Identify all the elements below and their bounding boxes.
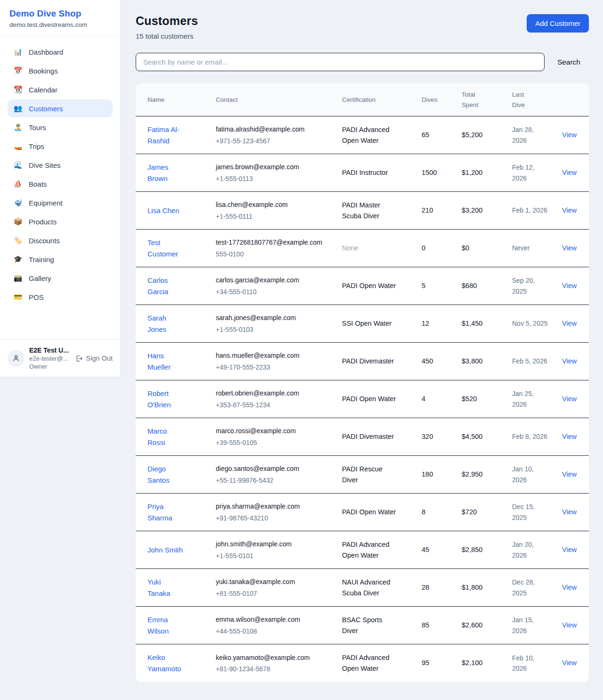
table-row: James Brown james.brown@example.com +1-5… (136, 154, 589, 192)
tours-icon: 🏝️ (13, 123, 23, 132)
customer-name-link[interactable]: Test Customer (147, 239, 178, 258)
customer-name-link[interactable]: Keiko Yamamoto (147, 653, 181, 673)
trips-icon: 🚤 (13, 142, 23, 150)
customer-name-link[interactable]: Sarah Jones (147, 314, 166, 333)
sidebar-item-dashboard[interactable]: 📊Dashboard (8, 43, 113, 61)
customer-total-spent: $2,600 (462, 607, 512, 644)
bookings-icon: 📅 (13, 66, 23, 75)
customer-email: robert.obrien@example.com (216, 388, 323, 398)
sidebar-item-customers[interactable]: 👥Customers (8, 99, 113, 117)
user-name: E2E Test U... (29, 346, 95, 354)
customer-certification: PADI Advanced Open Water (342, 531, 422, 569)
sidebar-item-gallery[interactable]: 📸Gallery (8, 269, 113, 287)
customer-dives: 4 (422, 380, 462, 418)
view-link[interactable]: View (562, 584, 577, 591)
sign-out-button[interactable]: Sign Out (75, 354, 113, 362)
customer-email: keiko.yamamoto@example.com (216, 652, 323, 663)
title-block: Customers 15 total customers (136, 14, 198, 40)
add-customer-button[interactable]: Add Customer (527, 14, 589, 33)
customer-last-dive: Dec 28, 2025 (512, 569, 562, 607)
customer-name-link[interactable]: Hans Mueller (147, 352, 171, 371)
sidebar-item-products[interactable]: 📦Products (8, 213, 113, 231)
sidebar-item-label: Training (29, 255, 54, 264)
view-link[interactable]: View (562, 395, 577, 403)
sidebar-item-pos[interactable]: 💳POS (8, 288, 113, 306)
customer-name-link[interactable]: Yuki Tanaka (147, 578, 170, 597)
column-header-last-dive: Last Dive (512, 83, 562, 116)
customer-name-link[interactable]: John Smith (147, 546, 183, 554)
discounts-icon: 🏷️ (13, 236, 23, 245)
customer-email: john.smith@example.com (216, 539, 323, 549)
brand: Demo Dive Shop demo.test.divestreams.com (0, 0, 120, 36)
table-row: Priya Sharma priya.sharma@example.com +9… (136, 494, 589, 531)
customer-email: yuki.tanaka@example.com (216, 576, 323, 587)
customer-phone: +353-87-555-1234 (216, 400, 323, 410)
table-row: Hans Mueller hans.mueller@example.com +4… (136, 343, 589, 380)
customer-total-spent: $0 (462, 230, 512, 267)
sidebar-item-training[interactable]: 🎓Training (8, 250, 113, 268)
customer-dives: 95 (422, 644, 462, 682)
sign-out-label: Sign Out (86, 354, 113, 362)
customer-last-dive: Feb 1, 2026 (512, 192, 562, 230)
customer-last-dive: Nov 5, 2025 (512, 305, 562, 343)
view-link[interactable]: View (562, 470, 577, 478)
customer-dives: 1500 (422, 154, 462, 192)
view-link[interactable]: View (562, 169, 577, 176)
view-link[interactable]: View (562, 357, 577, 365)
sidebar-item-boats[interactable]: ⛵Boats (8, 175, 113, 193)
shop-name: Demo Dive Shop (9, 8, 111, 19)
view-link[interactable]: View (562, 320, 577, 327)
view-link[interactable]: View (562, 508, 577, 516)
view-link[interactable]: View (562, 621, 577, 629)
customer-last-dive: Feb 5, 2026 (512, 343, 562, 380)
customer-name-link[interactable]: James Brown (147, 163, 168, 182)
customer-name-link[interactable]: Lisa Chen (147, 206, 179, 214)
main-content: Customers 15 total customers Add Custome… (121, 0, 603, 699)
customer-phone: +34-555-0110 (216, 287, 323, 297)
view-link[interactable]: View (562, 131, 577, 139)
boats-icon: ⛵ (13, 180, 23, 188)
customer-email: lisa.chen@example.com (216, 199, 323, 210)
sidebar-item-trips[interactable]: 🚤Trips (8, 137, 113, 155)
view-link[interactable]: View (562, 659, 577, 667)
customer-name-link[interactable]: Emma Wilson (147, 616, 169, 635)
customer-name-link[interactable]: Fatima Al-Rashid (147, 125, 179, 145)
column-header-total-spent: Total Spent (462, 83, 512, 116)
customer-email: emma.wilson@example.com (216, 614, 323, 625)
view-link[interactable]: View (562, 433, 577, 440)
sidebar-item-bookings[interactable]: 📅Bookings (8, 62, 113, 80)
search-input[interactable] (136, 53, 545, 71)
customer-name-link[interactable]: Carlos Garcia (147, 276, 168, 296)
search-button[interactable]: Search (557, 58, 580, 66)
view-link[interactable]: View (562, 282, 577, 289)
search-row: Search (136, 53, 589, 71)
view-link[interactable]: View (562, 206, 577, 214)
customers-icon: 👥 (13, 104, 23, 113)
customer-email: diego.santos@example.com (216, 463, 323, 474)
sidebar-item-label: Equipment (29, 199, 63, 207)
customer-certification: PADI Instructor (342, 154, 422, 192)
customer-last-dive: Jan 10, 2026 (512, 456, 562, 494)
customer-name-link[interactable]: Diego Santos (147, 465, 170, 484)
table-row: Carlos Garcia carlos.garcia@example.com … (136, 267, 589, 305)
sidebar-item-discounts[interactable]: 🏷️Discounts (8, 231, 113, 249)
customer-total-spent: $2,950 (462, 456, 512, 494)
view-link[interactable]: View (562, 244, 577, 252)
customer-phone: +1-555-0113 (216, 173, 323, 184)
customer-name-link[interactable]: Robert O'Brien (147, 389, 171, 409)
view-link[interactable]: View (562, 546, 577, 553)
user-section: E2E Test U... e2e-tester@... Owner Sign … (0, 339, 120, 377)
customer-total-spent: $2,850 (462, 531, 512, 569)
sidebar-item-equipment[interactable]: 🤿Equipment (8, 194, 113, 212)
customer-last-dive: Sep 20, 2025 (512, 267, 562, 305)
sidebar-item-calendar[interactable]: 📆Calendar (8, 81, 113, 99)
customer-total-spent: $1,450 (462, 305, 512, 343)
customer-name-link[interactable]: Priya Sharma (147, 502, 172, 522)
customer-dives: 28 (422, 569, 462, 607)
customer-dives: 180 (422, 456, 462, 494)
sidebar-item-tours[interactable]: 🏝️Tours (8, 118, 113, 136)
customer-certification: PADI Advanced Open Water (342, 116, 422, 154)
customer-certification: PADI Rescue Diver (342, 456, 422, 494)
sidebar-item-dive-sites[interactable]: 🌊Dive Sites (8, 156, 113, 174)
customer-name-link[interactable]: Marco Rossi (147, 427, 167, 446)
